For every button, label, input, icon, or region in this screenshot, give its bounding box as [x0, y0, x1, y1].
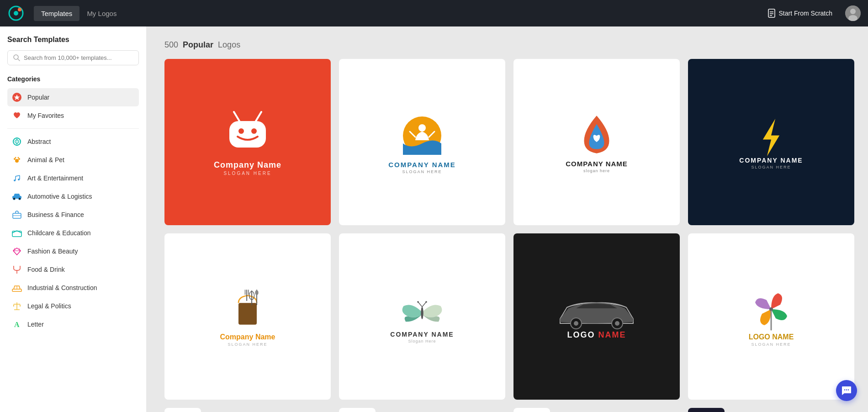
svg-rect-4 — [768, 9, 775, 17]
svg-point-67 — [425, 301, 427, 303]
sidebar-item-industrial[interactable]: Industrial & Construction — [7, 279, 139, 297]
sidebar-item-business[interactable]: Business & Finance — [7, 206, 139, 224]
sidebar-title: Search Templates — [7, 36, 139, 44]
logo-card-7[interactable]: LOGO NAME — [513, 233, 680, 400]
svg-rect-55 — [238, 303, 257, 324]
svg-point-22 — [18, 157, 19, 158]
sidebar-item-letter[interactable]: A Letter — [7, 315, 139, 333]
popular-icon — [12, 92, 22, 102]
svg-point-30 — [19, 198, 21, 200]
svg-point-2 — [14, 11, 18, 16]
sidebar-item-automotive-label: Automotive & Logistics — [27, 193, 92, 200]
food-icon — [12, 264, 22, 275]
logo-card-6[interactable]: COMPANY NAME Slogan Here — [339, 233, 505, 400]
svg-line-47 — [256, 112, 261, 121]
svg-point-19 — [14, 158, 16, 160]
sidebar-item-childcare[interactable]: Childcare & Education — [7, 224, 139, 242]
sidebar: Search Templates Categories Popular — [0, 26, 146, 412]
svg-line-12 — [18, 59, 20, 61]
letter-icon: A — [12, 319, 22, 329]
logo-card-2[interactable]: COMPANY NAME SLOGAN HERE — [339, 59, 505, 225]
svg-point-9 — [850, 9, 856, 14]
paw-icon — [12, 155, 22, 165]
logo-card-11[interactable] — [513, 408, 550, 412]
nav-my-logos[interactable]: My Logos — [79, 6, 124, 21]
svg-point-51 — [418, 124, 426, 132]
results-header: 500 Popular Logos — [164, 40, 854, 50]
svg-point-18 — [15, 159, 19, 163]
start-from-scratch-button[interactable]: Start From Scratch — [762, 6, 838, 21]
svg-point-20 — [18, 158, 20, 160]
sidebar-item-food[interactable]: Food & Drink — [7, 260, 139, 279]
logo-card-4[interactable]: COMPANY NAME SLOGAN HERE — [688, 59, 854, 225]
education-icon — [12, 228, 22, 238]
svg-line-46 — [234, 112, 239, 121]
logo-card-1[interactable]: Company Name SLOGAN HERE — [164, 59, 331, 225]
svg-rect-45 — [229, 121, 266, 148]
diamond-icon — [12, 246, 22, 256]
sidebar-item-business-label: Business & Finance — [27, 211, 84, 218]
logo-card-8[interactable]: LOGO NAME SLOGAN HERE — [688, 233, 854, 400]
sidebar-item-abstract[interactable]: Abstract — [7, 132, 139, 151]
heart-icon — [12, 111, 22, 121]
music-icon — [12, 173, 22, 183]
sidebar-item-automotive[interactable]: Automotive & Logistics — [7, 187, 139, 206]
search-box[interactable] — [7, 50, 139, 65]
search-input[interactable] — [24, 54, 133, 61]
svg-rect-39 — [12, 289, 21, 291]
results-highlight: Popular — [183, 40, 213, 49]
logo-card-9[interactable] — [164, 408, 201, 412]
svg-text:A: A — [14, 321, 20, 328]
svg-point-79 — [846, 389, 847, 390]
logo-card-3[interactable]: COMPANY NAME slogan here — [513, 59, 680, 225]
svg-point-3 — [18, 8, 21, 11]
sidebar-item-favorites[interactable]: My Favorites — [7, 106, 139, 125]
sidebar-item-popular-label: Popular — [27, 94, 49, 101]
car-icon — [12, 191, 22, 201]
svg-marker-54 — [763, 119, 779, 156]
sidebar-item-legal[interactable]: Legal & Politics — [7, 297, 139, 315]
svg-point-69 — [574, 321, 578, 326]
header-right: Start From Scratch — [762, 5, 861, 21]
svg-point-49 — [251, 128, 257, 134]
main-layout: Search Templates Categories Popular — [0, 26, 868, 412]
sidebar-item-food-label: Food & Drink — [27, 266, 65, 273]
sidebar-item-letter-label: Letter — [27, 321, 44, 328]
svg-point-21 — [15, 157, 16, 158]
sidebar-item-industrial-label: Industrial & Construction — [27, 284, 97, 291]
start-from-scratch-label: Start From Scratch — [779, 10, 832, 17]
categories-title: Categories — [7, 75, 139, 83]
sidebar-item-animal-pet-label: Animal & Pet — [27, 156, 64, 164]
nav-templates[interactable]: Templates — [34, 6, 79, 21]
logo-grid: Company Name SLOGAN HERE — [164, 59, 854, 412]
sidebar-item-popular[interactable]: Popular — [7, 88, 139, 106]
results-suffix: Logos — [218, 40, 240, 49]
sidebar-item-abstract-label: Abstract — [27, 138, 51, 145]
sidebar-item-fashion[interactable]: Fashion & Beauty — [7, 242, 139, 260]
sidebar-item-childcare-label: Childcare & Education — [27, 229, 91, 237]
svg-line-27 — [16, 175, 20, 176]
svg-point-59 — [255, 290, 258, 295]
svg-point-29 — [13, 198, 16, 200]
sidebar-item-legal-label: Legal & Politics — [27, 302, 71, 310]
svg-point-63 — [421, 307, 423, 319]
sidebar-item-art[interactable]: Art & Entertainment — [7, 169, 139, 187]
svg-line-66 — [422, 302, 426, 307]
logo-card-12[interactable] — [688, 408, 725, 412]
main-content: 500 Popular Logos — [146, 26, 868, 412]
scales-icon — [12, 301, 22, 311]
sidebar-item-animal-pet[interactable]: Animal & Pet — [7, 151, 139, 169]
app-logo[interactable] — [7, 5, 25, 22]
svg-point-65 — [417, 301, 419, 303]
chat-button[interactable] — [836, 380, 857, 401]
svg-line-64 — [418, 302, 422, 307]
sidebar-item-art-label: Art & Entertainment — [27, 174, 83, 182]
main-nav: Templates My Logos — [34, 6, 124, 21]
logo-card-10[interactable] — [339, 408, 376, 412]
app-header: Templates My Logos Start From Scratch — [0, 0, 868, 26]
user-avatar[interactable] — [845, 5, 861, 21]
logo-card-5[interactable]: Company Name SLOGAN HERE — [164, 233, 331, 400]
construction-icon — [12, 283, 22, 293]
svg-point-71 — [615, 321, 619, 326]
search-icon — [13, 54, 20, 61]
